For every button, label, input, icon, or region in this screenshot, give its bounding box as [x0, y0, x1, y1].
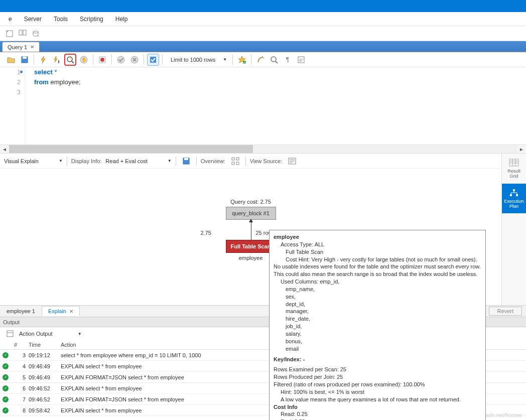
close-icon[interactable]: ✕ — [30, 44, 34, 50]
invisible-chars-icon[interactable]: ¶ — [282, 54, 294, 66]
svg-rect-45 — [7, 331, 13, 337]
svg-rect-6 — [23, 57, 27, 59]
execution-plan-tooltip: employee Access Type: ALL Full Table Sca… — [269, 230, 486, 420]
viewsrc-label: View Source: — [250, 158, 283, 164]
menu-item-scripting[interactable]: Scripting — [74, 14, 109, 25]
explain-toolbar: Visual Explain ▼ Display Info: Read + Ev… — [0, 154, 501, 169]
autocommit-icon[interactable] — [147, 54, 159, 66]
sidebar-execution-plan[interactable]: Execution Plan — [502, 184, 526, 214]
menu-item-tools[interactable]: Tools — [48, 14, 74, 25]
col-time: Time — [29, 342, 59, 348]
svg-rect-3 — [23, 30, 26, 35]
scroll-right-icon[interactable]: ► — [517, 145, 526, 153]
tab-explain[interactable]: Explain✕ — [42, 306, 80, 316]
svg-line-20 — [276, 61, 278, 63]
svg-text:+: + — [243, 61, 245, 64]
menu-item-server[interactable]: Server — [18, 14, 48, 25]
full-table-scan-node[interactable]: Full Table Scan — [226, 240, 276, 253]
svg-rect-40 — [516, 194, 518, 196]
gutter: 1• 2 3 — [0, 67, 25, 145]
ok-icon: ✓ — [3, 385, 9, 391]
menu-item-e[interactable]: e — [3, 14, 18, 25]
overview-label: Overview: — [201, 158, 225, 164]
commit-icon[interactable] — [115, 54, 127, 66]
ok-icon: ✓ — [3, 363, 9, 369]
wrap-icon[interactable] — [295, 54, 307, 66]
titlebar — [0, 0, 526, 12]
svg-point-14 — [117, 56, 124, 63]
svg-rect-16 — [150, 57, 156, 63]
svg-point-4 — [33, 31, 38, 33]
svg-point-13 — [100, 58, 104, 62]
svg-rect-25 — [232, 158, 234, 160]
scroll-left-icon[interactable]: ◄ — [0, 145, 9, 153]
chevron-down-icon: ▼ — [59, 159, 63, 163]
tab-query-1[interactable]: Query 1 ✕ — [2, 42, 40, 52]
svg-point-1 — [7, 31, 8, 32]
svg-rect-39 — [510, 194, 512, 196]
svg-line-9 — [72, 61, 74, 63]
svg-rect-7 — [58, 60, 59, 63]
star-icon[interactable]: + — [236, 54, 248, 66]
chevron-down-icon: ▼ — [78, 332, 82, 336]
row-limit-dropdown[interactable]: Limit to 1000 rows ▼ — [168, 55, 229, 64]
stop-red-icon[interactable] — [96, 54, 108, 66]
query-block-node[interactable]: query_block #1 — [226, 207, 276, 220]
main-toolbar — [0, 26, 526, 41]
editor-content[interactable]: select * from employee; — [25, 67, 81, 145]
horizontal-scrollbar[interactable]: ◄ ► — [0, 145, 526, 154]
chevron-down-icon: ▼ — [223, 57, 227, 62]
sql-editor[interactable]: 1• 2 3 select * from employee; — [0, 67, 526, 145]
svg-rect-26 — [236, 158, 239, 160]
tab-label: Query 1 — [8, 44, 27, 50]
find-icon[interactable] — [268, 54, 280, 66]
save-icon[interactable] — [19, 54, 31, 66]
ok-icon: ✓ — [3, 374, 9, 380]
explain-icon[interactable] — [64, 54, 76, 66]
open-file-icon[interactable] — [5, 54, 17, 66]
action-output-dropdown[interactable]: Action Output ▼ — [19, 331, 82, 337]
lightning-icon[interactable] — [37, 54, 49, 66]
toolbar-icon-1[interactable] — [4, 28, 15, 39]
query-toolbar: ✋ Limit to 1000 rows ▼ + ¶ — [0, 52, 526, 67]
ok-icon: ✓ — [3, 352, 9, 358]
revert-button[interactable]: Revert — [489, 307, 522, 316]
result-sidebar: Result Grid Execution Plan — [502, 154, 526, 305]
chevron-down-icon: ▼ — [168, 159, 172, 163]
arrow-cost-label: 2.75 — [201, 230, 211, 236]
display-info-dropdown[interactable]: Read + Eval cost ▼ — [105, 158, 171, 164]
scroll-thumb[interactable] — [9, 145, 253, 153]
svg-rect-27 — [232, 162, 234, 165]
svg-rect-2 — [19, 30, 22, 35]
ok-icon: ✓ — [3, 396, 9, 402]
svg-rect-28 — [236, 162, 239, 165]
svg-text:✋: ✋ — [81, 57, 87, 63]
menubar: e Server Tools Scripting Help — [0, 12, 526, 26]
stop-icon[interactable]: ✋ — [78, 54, 90, 66]
toolbar-icon-2[interactable] — [17, 28, 28, 39]
tab-bar: Query 1 ✕ — [0, 41, 526, 52]
lightning-cursor-icon[interactable] — [51, 54, 63, 66]
query-cost-label: Query cost: 2.75 — [201, 199, 301, 205]
sidebar-result-grid[interactable]: Result Grid — [502, 154, 526, 184]
viewsrc-icon[interactable] — [286, 155, 298, 167]
beautify-icon[interactable] — [254, 54, 267, 66]
col-num: # — [11, 342, 29, 348]
ok-icon: ✓ — [3, 407, 9, 413]
svg-rect-22 — [298, 57, 304, 63]
row-limit-label: Limit to 1000 rows — [171, 57, 215, 63]
menu-item-help[interactable]: Help — [109, 14, 134, 25]
rollback-icon[interactable] — [128, 54, 141, 66]
output-sheet-icon[interactable] — [4, 328, 16, 340]
svg-text:¶: ¶ — [286, 56, 289, 63]
svg-point-19 — [271, 57, 276, 62]
tab-employee-1[interactable]: employee 1 — [0, 306, 42, 316]
toolbar-icon-3[interactable] — [30, 28, 41, 39]
explain-mode-dropdown[interactable]: Visual Explain ▼ — [4, 158, 63, 164]
overview-icon[interactable] — [229, 155, 241, 167]
save-plan-icon[interactable] — [180, 155, 192, 167]
display-info-label: Display Info: — [71, 158, 102, 164]
close-icon[interactable]: ✕ — [69, 309, 73, 314]
svg-rect-38 — [513, 189, 515, 191]
svg-rect-24 — [184, 158, 188, 160]
